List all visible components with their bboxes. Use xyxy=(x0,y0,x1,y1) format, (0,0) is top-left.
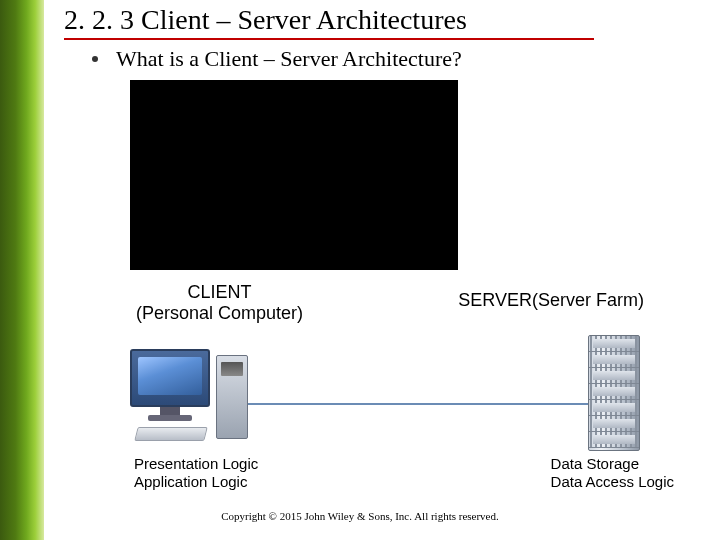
server-unit xyxy=(589,368,639,384)
video-placeholder xyxy=(130,80,458,270)
slide-title: 2. 2. 3 Client – Server Architectures xyxy=(64,4,594,40)
server-unit xyxy=(589,352,639,368)
keyboard-icon xyxy=(134,427,207,441)
server-unit xyxy=(589,416,639,432)
copyright-text: Copyright © 2015 John Wiley & Sons, Inc.… xyxy=(0,510,720,522)
server-logic-1: Data Storage xyxy=(551,455,674,473)
slide-sidebar xyxy=(0,0,44,540)
slide-content: 2. 2. 3 Client – Server Architectures Wh… xyxy=(64,4,700,72)
diagram-bottom-labels: Presentation Logic Application Logic Dat… xyxy=(100,455,680,491)
server-unit xyxy=(589,336,639,352)
server-rack-icon xyxy=(588,335,640,451)
monitor-base xyxy=(148,415,192,421)
server-unit xyxy=(589,400,639,416)
monitor-icon xyxy=(130,349,210,407)
client-logic: Presentation Logic Application Logic xyxy=(134,455,258,491)
architecture-diagram: CLIENT (Personal Computer) SERVER(Server… xyxy=(100,282,680,491)
bullet-text: What is a Client – Server Architecture? xyxy=(116,46,462,72)
tower-icon xyxy=(216,355,248,439)
client-computer-icon xyxy=(130,349,270,449)
monitor-stand xyxy=(160,407,180,415)
server-label: SERVER(Server Farm) xyxy=(458,290,644,323)
client-logic-1: Presentation Logic xyxy=(134,455,258,473)
client-title: CLIENT xyxy=(136,282,303,303)
client-logic-2: Application Logic xyxy=(134,473,258,491)
server-unit xyxy=(589,384,639,400)
bullet-row: What is a Client – Server Architecture? xyxy=(64,46,700,72)
connection-line xyxy=(240,403,610,405)
client-label: CLIENT (Personal Computer) xyxy=(136,282,303,323)
diagram-top-labels: CLIENT (Personal Computer) SERVER(Server… xyxy=(100,282,680,323)
server-title: SERVER(Server Farm) xyxy=(458,290,644,311)
server-logic: Data Storage Data Access Logic xyxy=(551,455,674,491)
diagram-figure xyxy=(100,329,680,449)
server-logic-2: Data Access Logic xyxy=(551,473,674,491)
client-subtitle: (Personal Computer) xyxy=(136,303,303,324)
bullet-icon xyxy=(92,56,98,62)
server-unit xyxy=(589,432,639,448)
